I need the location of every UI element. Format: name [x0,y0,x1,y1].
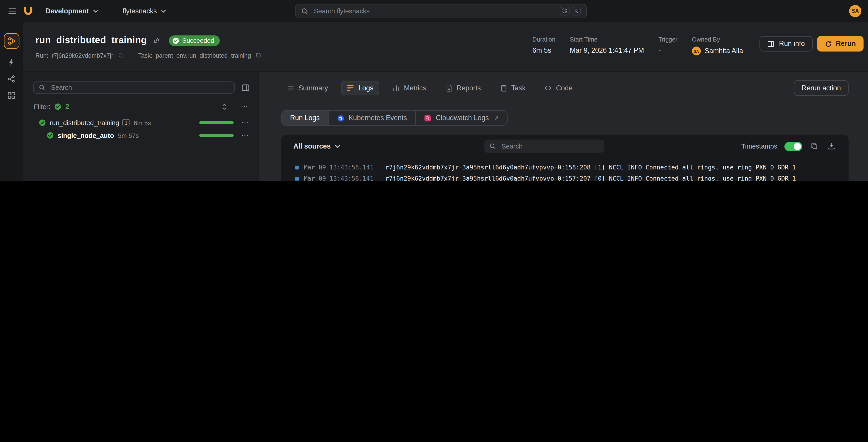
node-progress-bar [199,121,234,124]
log-rows[interactable]: Mar 09 13:43:58.141 r7j6n29k62vddmb7x7jr… [281,158,849,181]
search-icon [489,143,496,149]
tab-reports[interactable]: Reports [439,81,487,95]
lightning-icon[interactable] [0,54,23,70]
external-link-icon: ↗ [494,115,499,122]
main-content: Summary Logs Metrics Reports [258,72,868,181]
source-filter-dropdown[interactable]: All sources [293,142,341,150]
chevron-down-icon [93,9,98,12]
run-info-button[interactable]: Run info [760,36,813,52]
log-row: Mar 09 13:43:58.141 r7j6n29k62vddmb7x7jr… [281,163,849,173]
meta-owned-by: Owned By SA Samhita Alla [692,36,743,55]
link-icon[interactable] [152,36,161,45]
union-logo-icon[interactable] [23,6,33,16]
global-search-input[interactable] [313,7,555,16]
meta-trigger: Trigger - [658,36,678,54]
expand-all-icon[interactable] [220,102,229,111]
topbar: Development flytesnacks ⌘ K SA [0,0,868,22]
keyboard-shortcut: ⌘ K [560,7,581,16]
copy-icon[interactable] [117,51,125,59]
log-search[interactable] [485,140,604,153]
task-name: parent_env.run_distributed_training [156,52,251,58]
global-search[interactable]: ⌘ K [295,4,587,18]
node-list: run_distributed_training 1 6m 5s ⋯ singl… [23,116,258,142]
cmd-key: ⌘ [560,7,570,16]
log-message: r7j6n29k62vddmb7x7jr-3a95hsrll6d6y0adh7u… [385,173,837,181]
bar-chart-icon [392,84,400,92]
code-icon [544,84,552,92]
rerun-button[interactable]: Rerun [817,36,864,52]
success-check-icon [46,132,54,139]
check-circle-icon [172,37,180,44]
tab-run-logs[interactable]: Run Logs [282,111,328,125]
run-label: Run: [35,52,48,58]
node-menu-button[interactable]: ⋯ [240,132,249,139]
log-search-input[interactable] [500,142,599,151]
copy-logs-icon[interactable] [809,141,819,151]
logs-icon [347,84,354,92]
workspace-selector[interactable]: flytesnacks [123,7,166,14]
node-row-run-distributed-training[interactable]: run_distributed_training 1 6m 5s ⋯ [23,116,258,129]
download-logs-icon[interactable] [827,141,836,151]
filter-menu-button[interactable]: ⋯ [240,103,249,110]
panel-columns-icon [768,40,775,48]
owner-avatar: SA [692,47,701,55]
summary-list-icon [287,84,294,92]
timestamps-label: Timestamps [741,142,777,150]
project-selector[interactable]: Development [45,7,98,14]
log-source-tabs: Run Logs Kubernetes Events Cloudwatch Lo… [281,110,508,126]
k-key: K [572,7,581,16]
owner-name: Samhita Alla [705,47,743,55]
tab-task[interactable]: Task [494,81,531,95]
log-bullet-icon [295,166,299,170]
tab-metrics[interactable]: Metrics [387,81,432,95]
log-row: Mar 09 13:43:58.141 r7j6n29k62vddmb7x7jr… [281,173,849,181]
filter-success-icon[interactable] [54,103,62,110]
app: Development flytesnacks ⌘ K SA [0,0,868,181]
menu-icon[interactable] [7,5,18,17]
meta-start-time: Start Time Mar 9, 2026 1:41:47 PM [570,36,644,54]
tab-logs[interactable]: Logs [341,81,379,95]
log-bullet-icon [295,177,299,181]
left-rail [0,22,23,181]
log-panel: All sources Timestamps [281,135,849,181]
meta-duration: Duration 6m 5s [532,36,555,54]
log-timestamp: Mar 09 13:43:58.141 [304,163,376,173]
share-graph-icon[interactable] [0,70,23,87]
run-id: r7j6n29k62vddmb7x7jr [52,52,113,58]
chevron-down-icon [161,9,166,12]
refresh-icon [825,40,832,48]
node-progress-bar [199,134,234,137]
node-menu-button[interactable]: ⋯ [240,119,249,126]
tab-kubernetes-events[interactable]: Kubernetes Events [328,111,415,125]
node-row-single-node-auto[interactable]: single_node_auto 5m 57s ⋯ [23,129,258,142]
success-check-icon [39,119,46,126]
run-header: run_distributed_training Succeeded Run: … [23,22,868,72]
filter-count: 2 [65,103,69,110]
page-title: run_distributed_training [35,35,147,46]
rerun-action-button[interactable]: Rerun action [794,80,849,96]
node-search-input[interactable] [50,83,229,92]
filter-label: Filter: [34,103,51,110]
node-count-chip: 1 [123,119,130,126]
apps-grid-icon[interactable] [0,87,23,104]
timestamps-toggle[interactable] [784,142,802,151]
copy-icon[interactable] [254,51,263,59]
workflow-icon[interactable] [4,33,19,49]
log-toolbar: All sources Timestamps [281,135,849,158]
status-badge: Succeeded [169,35,219,46]
task-label: Task: [138,52,153,58]
node-sidebar: Filter: 2 ⋯ run_distributed_training [23,72,258,181]
kubernetes-icon [337,115,344,122]
collapse-panel-icon[interactable] [240,82,251,93]
log-message: r7j6n29k62vddmb7x7jr-3a95hsrll6d6y0adh7u… [385,163,837,172]
user-avatar[interactable]: SA [849,5,861,17]
tab-bar: Summary Logs Metrics Reports [281,80,849,96]
search-icon [39,84,45,91]
log-timestamp: Mar 09 13:43:58.141 [304,173,376,181]
node-search[interactable] [33,82,235,94]
tab-cloudwatch-logs[interactable]: Cloudwatch Logs ↗ [415,111,507,125]
tab-summary[interactable]: Summary [281,81,334,95]
chevron-down-icon [335,145,340,148]
tab-code[interactable]: Code [539,81,578,95]
clipboard-icon [500,84,507,92]
